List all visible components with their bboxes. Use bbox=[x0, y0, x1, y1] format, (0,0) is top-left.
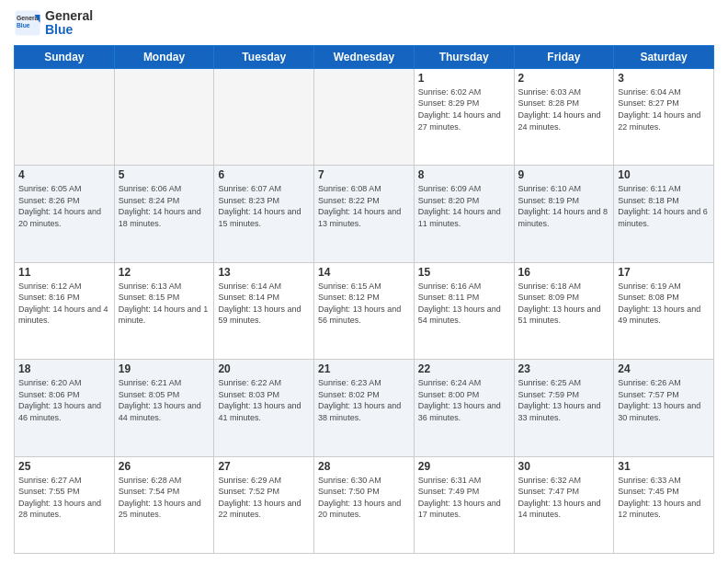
table-row: 16Sunrise: 6:18 AMSunset: 8:09 PMDayligh… bbox=[514, 262, 614, 359]
day-number: 18 bbox=[18, 362, 110, 375]
day-number: 9 bbox=[518, 168, 610, 181]
table-row: 26Sunrise: 6:28 AMSunset: 7:54 PMDayligh… bbox=[114, 456, 214, 553]
calendar-week-row: 1Sunrise: 6:02 AMSunset: 8:29 PMDaylight… bbox=[15, 68, 714, 165]
day-info: Sunrise: 6:20 AMSunset: 8:06 PMDaylight:… bbox=[18, 377, 110, 423]
day-info: Sunrise: 6:29 AMSunset: 7:52 PMDaylight:… bbox=[218, 475, 310, 521]
day-number: 16 bbox=[518, 266, 610, 279]
table-row bbox=[114, 68, 214, 165]
table-row: 13Sunrise: 6:14 AMSunset: 8:14 PMDayligh… bbox=[214, 262, 314, 359]
logo-text: General Blue bbox=[45, 9, 93, 38]
day-info: Sunrise: 6:02 AMSunset: 8:29 PMDaylight:… bbox=[418, 86, 510, 132]
day-info: Sunrise: 6:10 AMSunset: 8:19 PMDaylight:… bbox=[518, 183, 610, 229]
col-sunday: Sunday bbox=[15, 45, 115, 68]
col-tuesday: Tuesday bbox=[214, 45, 314, 68]
table-row: 14Sunrise: 6:15 AMSunset: 8:12 PMDayligh… bbox=[314, 262, 415, 359]
day-info: Sunrise: 6:09 AMSunset: 8:20 PMDaylight:… bbox=[418, 183, 510, 229]
day-info: Sunrise: 6:27 AMSunset: 7:55 PMDaylight:… bbox=[18, 475, 110, 521]
day-info: Sunrise: 6:28 AMSunset: 7:54 PMDaylight:… bbox=[119, 475, 210, 521]
table-row: 20Sunrise: 6:22 AMSunset: 8:03 PMDayligh… bbox=[214, 360, 314, 456]
calendar-week-row: 4Sunrise: 6:05 AMSunset: 8:26 PMDaylight… bbox=[15, 166, 714, 262]
table-row: 15Sunrise: 6:16 AMSunset: 8:11 PMDayligh… bbox=[414, 262, 514, 359]
day-number: 28 bbox=[318, 460, 410, 473]
day-info: Sunrise: 6:25 AMSunset: 7:59 PMDaylight:… bbox=[518, 377, 610, 423]
day-info: Sunrise: 6:14 AMSunset: 8:14 PMDaylight:… bbox=[218, 281, 310, 327]
day-number: 4 bbox=[18, 168, 110, 181]
day-number: 15 bbox=[418, 266, 510, 279]
logo: General Blue General Blue bbox=[14, 9, 93, 38]
calendar-table: Sunday Monday Tuesday Wednesday Thursday… bbox=[14, 45, 714, 554]
day-info: Sunrise: 6:32 AMSunset: 7:47 PMDaylight:… bbox=[518, 475, 610, 521]
table-row bbox=[314, 68, 415, 165]
logo-icon: General Blue bbox=[14, 9, 41, 37]
day-number: 14 bbox=[318, 266, 410, 279]
day-info: Sunrise: 6:16 AMSunset: 8:11 PMDaylight:… bbox=[418, 281, 510, 327]
day-number: 25 bbox=[18, 460, 110, 473]
day-number: 10 bbox=[618, 168, 710, 181]
col-friday: Friday bbox=[514, 45, 614, 68]
day-number: 23 bbox=[518, 362, 610, 375]
day-number: 17 bbox=[618, 266, 710, 279]
table-row: 1Sunrise: 6:02 AMSunset: 8:29 PMDaylight… bbox=[414, 68, 514, 165]
table-row: 3Sunrise: 6:04 AMSunset: 8:27 PMDaylight… bbox=[614, 68, 714, 165]
day-number: 6 bbox=[218, 168, 310, 181]
table-row: 5Sunrise: 6:06 AMSunset: 8:24 PMDaylight… bbox=[114, 166, 214, 262]
calendar-header-row: Sunday Monday Tuesday Wednesday Thursday… bbox=[15, 45, 714, 68]
table-row: 17Sunrise: 6:19 AMSunset: 8:08 PMDayligh… bbox=[614, 262, 714, 359]
day-info: Sunrise: 6:13 AMSunset: 8:15 PMDaylight:… bbox=[119, 281, 210, 327]
day-number: 1 bbox=[418, 72, 510, 85]
day-number: 5 bbox=[119, 168, 210, 181]
day-info: Sunrise: 6:22 AMSunset: 8:03 PMDaylight:… bbox=[218, 377, 310, 423]
table-row: 28Sunrise: 6:30 AMSunset: 7:50 PMDayligh… bbox=[314, 456, 415, 553]
day-number: 24 bbox=[618, 362, 710, 375]
day-number: 30 bbox=[518, 460, 610, 473]
day-info: Sunrise: 6:12 AMSunset: 8:16 PMDaylight:… bbox=[18, 281, 110, 327]
day-info: Sunrise: 6:11 AMSunset: 8:18 PMDaylight:… bbox=[618, 183, 710, 229]
table-row: 2Sunrise: 6:03 AMSunset: 8:28 PMDaylight… bbox=[514, 68, 614, 165]
day-number: 19 bbox=[119, 362, 210, 375]
day-info: Sunrise: 6:08 AMSunset: 8:22 PMDaylight:… bbox=[318, 183, 410, 229]
day-number: 2 bbox=[518, 72, 610, 85]
day-info: Sunrise: 6:30 AMSunset: 7:50 PMDaylight:… bbox=[318, 475, 410, 521]
table-row: 31Sunrise: 6:33 AMSunset: 7:45 PMDayligh… bbox=[614, 456, 714, 553]
table-row: 18Sunrise: 6:20 AMSunset: 8:06 PMDayligh… bbox=[15, 360, 115, 456]
table-row: 29Sunrise: 6:31 AMSunset: 7:49 PMDayligh… bbox=[414, 456, 514, 553]
day-number: 13 bbox=[218, 266, 310, 279]
day-info: Sunrise: 6:19 AMSunset: 8:08 PMDaylight:… bbox=[618, 281, 710, 327]
calendar-week-row: 11Sunrise: 6:12 AMSunset: 8:16 PMDayligh… bbox=[15, 262, 714, 359]
day-info: Sunrise: 6:15 AMSunset: 8:12 PMDaylight:… bbox=[318, 281, 410, 327]
table-row: 6Sunrise: 6:07 AMSunset: 8:23 PMDaylight… bbox=[214, 166, 314, 262]
day-number: 21 bbox=[318, 362, 410, 375]
day-info: Sunrise: 6:05 AMSunset: 8:26 PMDaylight:… bbox=[18, 183, 110, 229]
logo-general: General bbox=[45, 8, 93, 23]
day-number: 7 bbox=[318, 168, 410, 181]
table-row bbox=[214, 68, 314, 165]
day-number: 20 bbox=[218, 362, 310, 375]
table-row: 8Sunrise: 6:09 AMSunset: 8:20 PMDaylight… bbox=[414, 166, 514, 262]
day-info: Sunrise: 6:06 AMSunset: 8:24 PMDaylight:… bbox=[119, 183, 210, 229]
day-info: Sunrise: 6:21 AMSunset: 8:05 PMDaylight:… bbox=[119, 377, 210, 423]
table-row: 10Sunrise: 6:11 AMSunset: 8:18 PMDayligh… bbox=[614, 166, 714, 262]
page: General Blue General Blue Sunday Monday … bbox=[0, 0, 728, 563]
table-row: 25Sunrise: 6:27 AMSunset: 7:55 PMDayligh… bbox=[15, 456, 115, 553]
logo-blue: Blue bbox=[45, 22, 73, 37]
table-row: 7Sunrise: 6:08 AMSunset: 8:22 PMDaylight… bbox=[314, 166, 415, 262]
day-info: Sunrise: 6:33 AMSunset: 7:45 PMDaylight:… bbox=[618, 475, 710, 521]
calendar-week-row: 25Sunrise: 6:27 AMSunset: 7:55 PMDayligh… bbox=[15, 456, 714, 553]
day-number: 31 bbox=[618, 460, 710, 473]
day-number: 29 bbox=[418, 460, 510, 473]
day-info: Sunrise: 6:04 AMSunset: 8:27 PMDaylight:… bbox=[618, 86, 710, 132]
svg-text:Blue: Blue bbox=[17, 23, 30, 29]
table-row: 9Sunrise: 6:10 AMSunset: 8:19 PMDaylight… bbox=[514, 166, 614, 262]
table-row: 30Sunrise: 6:32 AMSunset: 7:47 PMDayligh… bbox=[514, 456, 614, 553]
day-info: Sunrise: 6:23 AMSunset: 8:02 PMDaylight:… bbox=[318, 377, 410, 423]
table-row: 22Sunrise: 6:24 AMSunset: 8:00 PMDayligh… bbox=[414, 360, 514, 456]
day-number: 22 bbox=[418, 362, 510, 375]
table-row: 11Sunrise: 6:12 AMSunset: 8:16 PMDayligh… bbox=[15, 262, 115, 359]
day-number: 8 bbox=[418, 168, 510, 181]
table-row: 12Sunrise: 6:13 AMSunset: 8:15 PMDayligh… bbox=[114, 262, 214, 359]
day-number: 27 bbox=[218, 460, 310, 473]
day-info: Sunrise: 6:26 AMSunset: 7:57 PMDaylight:… bbox=[618, 377, 710, 423]
table-row: 21Sunrise: 6:23 AMSunset: 8:02 PMDayligh… bbox=[314, 360, 415, 456]
col-wednesday: Wednesday bbox=[314, 45, 415, 68]
col-saturday: Saturday bbox=[614, 45, 714, 68]
